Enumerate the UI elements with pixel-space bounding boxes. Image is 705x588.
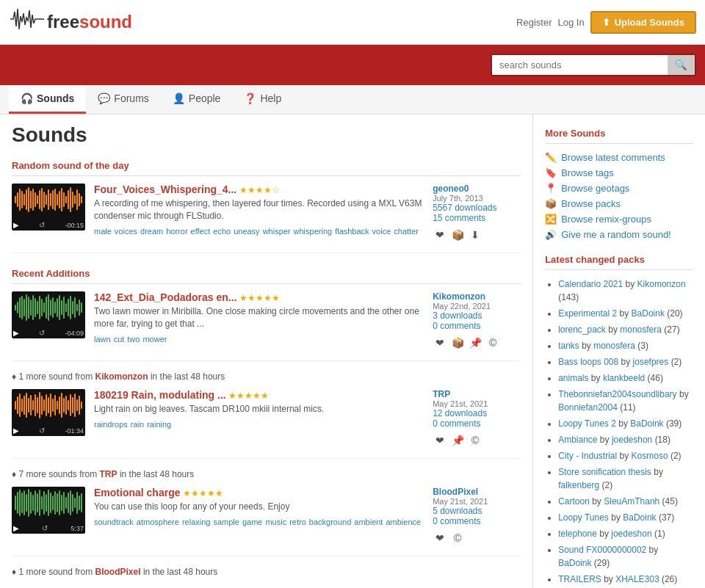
- browse-geotags-link[interactable]: 📍 Browse geotags: [545, 181, 693, 196]
- loop-icon-2[interactable]: ↺: [39, 427, 45, 435]
- pack-author-link[interactable]: BaDoink: [632, 308, 665, 319]
- play-icon-2[interactable]: ▶: [13, 427, 19, 435]
- recent-sound-3-username[interactable]: BloodPixel: [433, 487, 478, 497]
- recent-sound-2-title[interactable]: 180219 Rain, modulating ...: [94, 389, 226, 401]
- recent-sound-3-title[interactable]: Emotional charge: [94, 487, 180, 498]
- search-submit-button[interactable]: 🔍: [668, 55, 695, 75]
- pack-name-link[interactable]: Store sonification thesis: [558, 467, 651, 477]
- recent-sound-1-downloads[interactable]: 3 downloads: [433, 311, 482, 321]
- play-icon-1[interactable]: ▶: [13, 329, 19, 337]
- pack-icon-1[interactable]: 📦: [450, 335, 465, 350]
- svg-rect-22: [63, 192, 65, 207]
- pack-author-link[interactable]: Bonniefan2004: [558, 402, 618, 413]
- cc-icon-3[interactable]: ©: [450, 531, 465, 545]
- fav-icon-3[interactable]: ❤: [433, 531, 447, 545]
- pack-name-link[interactable]: Ambiance: [558, 435, 597, 445]
- pack-author-link[interactable]: monosfera: [620, 324, 662, 335]
- recent-sound-2-downloads[interactable]: 12 downloads: [433, 408, 487, 418]
- sound-3-duration: 5:37: [70, 525, 84, 532]
- register-link[interactable]: Register: [516, 17, 552, 28]
- pack-name-link[interactable]: Bass loops 008: [558, 357, 618, 367]
- random-sound-title[interactable]: Four_Voices_Whispering_4...: [94, 184, 236, 195]
- pack-author-link[interactable]: Kosmoso: [632, 451, 668, 461]
- fav-icon-2[interactable]: ❤: [433, 433, 447, 448]
- pack-author-link[interactable]: BaDoink: [558, 558, 591, 568]
- pack-name-link[interactable]: Loopy Tunes: [558, 512, 609, 523]
- login-link[interactable]: Log In: [558, 17, 585, 28]
- random-sound-link[interactable]: 🔊 Give me a random sound!: [545, 227, 693, 242]
- recent-sound-1-comments[interactable]: 0 comments: [433, 321, 480, 331]
- play-icon[interactable]: ▶: [13, 221, 19, 229]
- recent-sound-3-comments[interactable]: 0 comments: [433, 516, 480, 526]
- recent-sound-1-title[interactable]: 142_Ext_Dia_Podadoras en...: [94, 291, 237, 303]
- add-to-favorites-icon[interactable]: ❤: [433, 228, 447, 242]
- download-icon[interactable]: ⬇: [468, 228, 482, 242]
- random-sound-date: July 7th, 2013: [433, 194, 521, 203]
- nav-sounds[interactable]: 🎧 Sounds: [9, 85, 86, 114]
- upload-button[interactable]: ⬆ Upload Sounds: [590, 11, 696, 34]
- search-input[interactable]: [492, 55, 668, 75]
- random-sound-comments[interactable]: 15 comments: [433, 213, 485, 223]
- svg-rect-109: [50, 493, 51, 513]
- pack-name-link[interactable]: tanks: [558, 341, 579, 351]
- pack-author-link[interactable]: BaDoink: [623, 512, 656, 523]
- pack-count: (45): [662, 496, 678, 507]
- pack-name-link[interactable]: TRAILERS: [558, 574, 601, 584]
- svg-rect-37: [28, 297, 29, 319]
- pack-author-link[interactable]: Kikomonzon: [637, 279, 686, 289]
- nav-help[interactable]: ❓ Help: [232, 85, 293, 114]
- nav-people[interactable]: 👤 People: [161, 85, 233, 114]
- browse-comments-link[interactable]: ✏️ Browse latest comments: [545, 150, 693, 165]
- pack-name-link[interactable]: Experimental 2: [558, 308, 617, 319]
- pack-name-link[interactable]: Sound FX0000000002: [558, 545, 646, 555]
- pack-name-link[interactable]: City - Industrial: [558, 451, 617, 461]
- pack-icon-2[interactable]: 📌: [450, 433, 465, 448]
- pack-author-link[interactable]: josefpres: [633, 357, 669, 367]
- upload-label: Upload Sounds: [615, 17, 684, 28]
- svg-rect-74: [41, 396, 43, 415]
- loop-icon-1[interactable]: ↺: [39, 329, 45, 337]
- pack-name-link[interactable]: telephone: [558, 529, 597, 539]
- pack-author-link[interactable]: joedeshon: [611, 529, 651, 539]
- browse-packs-link[interactable]: 📦 Browse packs: [545, 196, 693, 211]
- dl-icon-1[interactable]: 📌: [468, 335, 482, 350]
- browse-remix-groups-link[interactable]: 🔀 Browse remix-groups: [545, 211, 693, 227]
- pack-author-link[interactable]: SleuAmThanh: [604, 496, 659, 507]
- recent-sound-2-username[interactable]: TRP: [433, 389, 450, 399]
- loop-icon-3[interactable]: ↺: [42, 524, 48, 532]
- recent-sound-3-downloads[interactable]: 5 downloads: [433, 506, 482, 516]
- pack-author-link[interactable]: monosfera: [593, 341, 635, 351]
- pack-name-link[interactable]: Thebonniefan2004soundlibary: [558, 389, 676, 399]
- pack-name-link[interactable]: Loopy Tunes 2: [558, 418, 616, 429]
- pack-name-link[interactable]: Calendario 2021: [558, 279, 623, 289]
- add-to-pack-icon[interactable]: 📦: [450, 228, 465, 242]
- more-sounds-link-2[interactable]: TRP: [100, 469, 118, 479]
- pack-name-link[interactable]: Cartoon: [558, 496, 590, 507]
- play-icon-3[interactable]: ▶: [13, 524, 19, 532]
- cc-icon-2[interactable]: ©: [468, 433, 482, 448]
- pack-name-link[interactable]: lorenc_pack: [558, 324, 606, 335]
- pack-author-link[interactable]: falkenberg: [558, 480, 599, 490]
- nav-forums[interactable]: 💬 Forums: [86, 85, 160, 114]
- pack-count: (143): [558, 292, 579, 302]
- pack-author-link[interactable]: XHALE303: [615, 574, 659, 584]
- more-sounds-link-3[interactable]: BloodPixel: [95, 567, 141, 577]
- package-icon: 📦: [545, 198, 557, 209]
- pack-count: (29): [594, 558, 610, 568]
- svg-rect-90: [76, 399, 78, 411]
- recent-sound-1-username[interactable]: Kikomonzon: [433, 291, 485, 302]
- recent-additions-section: Recent Additions: [12, 264, 521, 577]
- loop-icon[interactable]: ↺: [39, 221, 45, 229]
- more-sounds-link-1[interactable]: Kikomonzon: [95, 371, 148, 382]
- pack-name-link[interactable]: animals: [558, 373, 588, 383]
- fav-icon-1[interactable]: ❤: [433, 335, 447, 350]
- pack-author-link[interactable]: joedeshon: [612, 435, 652, 445]
- random-sound-downloads[interactable]: 5567 downloads: [433, 203, 496, 213]
- pack-author-link[interactable]: klankbeeld: [603, 373, 645, 383]
- recent-sound-2-comments[interactable]: 0 comments: [433, 418, 480, 429]
- pack-count: (2): [602, 480, 613, 490]
- cc-icon-1[interactable]: ©: [485, 335, 500, 350]
- browse-tags-link[interactable]: 🔖 Browse tags: [545, 165, 693, 181]
- pack-author-link[interactable]: BaDoink: [630, 418, 663, 429]
- random-sound-username[interactable]: geoneo0: [433, 184, 469, 194]
